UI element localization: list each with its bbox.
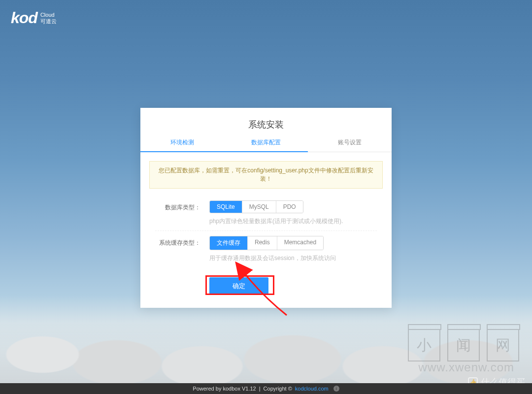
stamp-box: 小 bbox=[408, 329, 440, 361]
footer-sep: | bbox=[259, 386, 261, 392]
footer-link[interactable]: kodcloud.com bbox=[295, 386, 329, 392]
db-type-group: SQLite MySQL PDO bbox=[209, 200, 303, 213]
footer-copyright: Copyright © bbox=[264, 386, 292, 392]
tabs: 环境检测 数据库配置 账号设置 bbox=[140, 138, 392, 152]
page-title: 系统安装 bbox=[140, 108, 392, 138]
footer: Powered by kodbox V1.12 | Copyright © ko… bbox=[0, 383, 532, 394]
watermark-stamp: 小 闻 网 bbox=[408, 329, 519, 361]
row-db-type: 数据库类型： SQLite MySQL PDO php内置绿色轻量数据库(适用于… bbox=[155, 196, 377, 231]
brand-logo: kod Cloud 可道云 bbox=[11, 9, 57, 27]
install-card: 系统安装 环境检测 数据库配置 账号设置 您已配置数据库，如需重置，可在conf… bbox=[140, 108, 392, 308]
form: 数据库类型： SQLite MySQL PDO php内置绿色轻量数据库(适用于… bbox=[140, 189, 392, 272]
db-option-mysql[interactable]: MySQL bbox=[242, 201, 276, 213]
cache-option-redis[interactable]: Redis bbox=[248, 236, 277, 250]
alert-message: 您已配置数据库，如需重置，可在config/setting_user.php文件… bbox=[149, 161, 383, 189]
tab-account-setup[interactable]: 账号设置 bbox=[308, 138, 392, 152]
db-hint: php内置绿色轻量数据库(适用于测试或小规模使用). bbox=[209, 217, 377, 226]
actions: 确定 bbox=[140, 272, 392, 308]
cache-hint: 用于缓存通用数据及会话session，加快系统访问 bbox=[209, 254, 377, 263]
cache-type-group: 文件缓存 Redis Memcached bbox=[209, 236, 324, 250]
db-option-sqlite[interactable]: SQLite bbox=[210, 201, 242, 213]
submit-button[interactable]: 确定 bbox=[209, 277, 268, 295]
brand-mark: kod bbox=[11, 9, 37, 27]
row-cache-type: 系统缓存类型： 文件缓存 Redis Memcached 用于缓存通用数据及会话… bbox=[155, 231, 377, 267]
stamp-box: 闻 bbox=[447, 329, 480, 361]
label-cache-type: 系统缓存类型： bbox=[155, 236, 200, 247]
brand-cloud-zh: 可道云 bbox=[40, 18, 57, 24]
brand-sub: Cloud 可道云 bbox=[40, 12, 57, 24]
watermark-url: www.xwenw.com bbox=[419, 361, 514, 374]
tab-db-config[interactable]: 数据库配置 bbox=[224, 138, 308, 152]
footer-powered: Powered by kodbox V1.12 bbox=[193, 386, 256, 392]
db-option-pdo[interactable]: PDO bbox=[276, 201, 303, 213]
brand-cloud-en: Cloud bbox=[40, 12, 55, 18]
cache-option-file[interactable]: 文件缓存 bbox=[210, 236, 248, 250]
tab-env-check[interactable]: 环境检测 bbox=[140, 138, 224, 152]
cache-option-memcached[interactable]: Memcached bbox=[277, 236, 323, 250]
stamp-box: 网 bbox=[487, 329, 519, 361]
label-db-type: 数据库类型： bbox=[155, 200, 200, 212]
info-icon[interactable]: i bbox=[333, 386, 339, 392]
